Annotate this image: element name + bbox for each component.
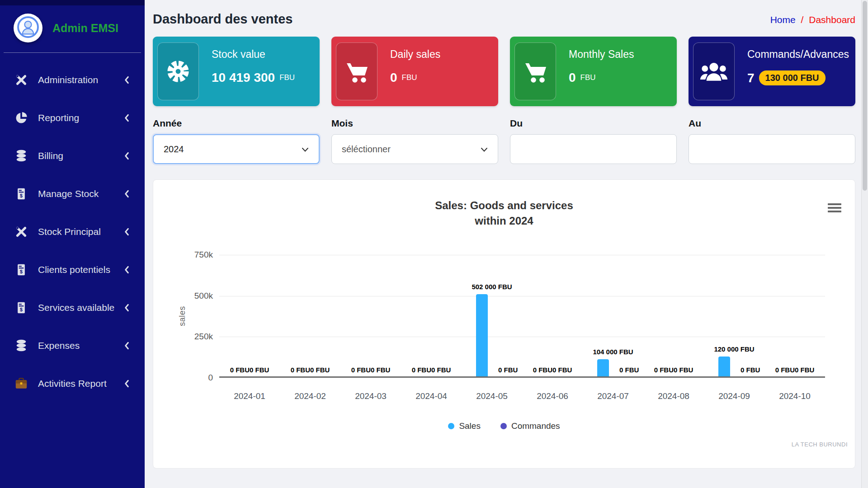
tools-icon [14, 225, 29, 239]
card-unit: FBU [580, 73, 596, 82]
sales-data-label: 104 000 FBU [593, 348, 633, 356]
sidebar-item-clients-potentiels[interactable]: $ Clients potentiels [0, 251, 145, 289]
sales-bar[interactable] [718, 357, 730, 376]
mois-select[interactable]: séléctionner [331, 134, 498, 164]
sidebar-item-label: Billing [38, 150, 63, 161]
file-invoice-icon: $ [14, 301, 29, 314]
sidebar-nav: Administration Reporting Billing [0, 53, 145, 403]
app-window: Admin EMSI Administration Reporting [0, 0, 868, 488]
card-label: Commands/Advances [747, 48, 851, 61]
chevron-left-icon [124, 190, 129, 198]
briefcase-icon [14, 377, 29, 390]
gear-icon [157, 42, 199, 100]
sidebar-item-label: Manage Stock [38, 188, 99, 199]
sales-chart-card: Sales: Goods and services within 2024 sa… [153, 179, 855, 469]
x-axis-label: 2024-07 [583, 391, 643, 401]
zero-data-label: 0 FBU0 FBU [230, 366, 269, 374]
commandes-data-label: 0 FBU [498, 366, 518, 374]
plot-grid: 750k 500k 250k 0 0 FBU0 FBU0 FBU0 FBU0 F… [219, 255, 825, 378]
sidebar: Admin EMSI Administration Reporting [0, 0, 145, 488]
filters-row: Année 2024 Mois séléctionner D [153, 118, 855, 164]
sidebar-item-services-available[interactable]: $ Services available [0, 289, 145, 327]
sidebar-item-manage-stock[interactable]: $ Manage Stock [0, 175, 145, 213]
page-header: Dashboard des ventes Home / Dashboard [153, 8, 855, 27]
commandes-data-label: 0 FBU [741, 366, 760, 374]
chevron-down-icon [481, 144, 488, 155]
scrollbar-thumb[interactable] [863, 1, 867, 191]
chart-menu-icon[interactable] [828, 203, 841, 214]
sales-data-label: 502 000 FBU [472, 283, 512, 291]
zero-data-label: 0 FBU0 FBU [351, 366, 391, 374]
card-value: 7 [747, 71, 755, 85]
card-value: 0 [390, 70, 397, 85]
sidebar-item-administration[interactable]: Administration [0, 61, 145, 99]
chart-category-column: 120 000 FBU0 FBU [704, 255, 764, 376]
advances-badge: 130 000 FBU [759, 70, 826, 85]
chevron-left-icon [124, 228, 129, 236]
sidebar-item-expenses[interactable]: Expenses [0, 327, 145, 365]
chart-category-column: 0 FBU0 FBU [401, 255, 462, 376]
card-unit: FBU [279, 73, 295, 82]
monthly-sales-card: Monthly Sales 0 FBU [510, 37, 677, 106]
user-avatar-icon [16, 15, 40, 41]
sales-bar[interactable] [597, 359, 609, 376]
sidebar-item-reporting[interactable]: Reporting [0, 99, 145, 137]
sidebar-item-billing[interactable]: Billing [0, 137, 145, 175]
chevron-left-icon [124, 266, 129, 274]
svg-text:$: $ [20, 193, 23, 198]
breadcrumb-home-link[interactable]: Home [770, 14, 796, 25]
y-tick: 750k [194, 250, 213, 260]
stat-cards-row: Stock value 10 419 300 FBU Daily sales 0… [153, 37, 855, 106]
chevron-down-icon [302, 144, 309, 155]
breadcrumb: Home / Dashboard [770, 12, 855, 25]
chart-category-column: 0 FBU0 FBU [643, 255, 704, 376]
main-content: Dashboard des ventes Home / Dashboard St… [145, 0, 868, 488]
chart-category-column: 0 FBU0 FBU [764, 255, 825, 376]
page-scrollbar[interactable] [861, 0, 868, 488]
zero-data-label: 0 FBU0 FBU [775, 366, 815, 374]
page-title: Dashboard des ventes [153, 12, 292, 27]
sidebar-item-label: Administration [38, 75, 98, 85]
commandes-legend-marker [500, 423, 507, 429]
x-axis-labels: 2024-012024-022024-032024-042024-052024-… [219, 391, 825, 401]
zero-data-label: 0 FBU0 FBU [291, 366, 330, 374]
chart-category-column: 104 000 FBU0 FBU [583, 255, 643, 376]
card-label: Stock value [212, 48, 315, 61]
x-axis-label: 2024-08 [643, 391, 704, 401]
chart-category-column: 0 FBU0 FBU [280, 255, 340, 376]
users-icon [693, 42, 735, 100]
card-label: Daily sales [390, 48, 494, 61]
commandes-legend-label: Commandes [511, 421, 560, 431]
cart-icon [336, 42, 377, 100]
x-axis-label: 2024-06 [522, 391, 583, 401]
commandes-data-label: 0 FBU [619, 366, 639, 374]
y-tick: 0 [208, 373, 213, 383]
sidebar-item-activities-report[interactable]: Activities Report [0, 365, 145, 403]
du-input[interactable] [510, 134, 677, 164]
sales-legend-label: Sales [459, 421, 481, 431]
breadcrumb-current: Dashboard [809, 14, 855, 25]
cart-icon [514, 42, 556, 100]
card-value: 10 419 300 [212, 70, 275, 85]
file-invoice-icon: $ [14, 263, 29, 277]
sales-bar[interactable] [476, 294, 488, 376]
y-tick: 250k [194, 332, 213, 342]
commands-advances-card: Commands/Advances 7 130 000 FBU [689, 37, 855, 106]
mois-select-value: séléctionner [342, 144, 391, 155]
card-value: 0 [569, 70, 576, 85]
legend-item-sales[interactable]: Sales [448, 421, 481, 431]
zero-data-label: 0 FBU0 FBU [412, 366, 451, 374]
au-input[interactable] [689, 134, 855, 164]
annee-select[interactable]: 2024 [153, 134, 320, 164]
sidebar-item-stock-principal[interactable]: Stock Principal [0, 213, 145, 251]
chevron-left-icon [124, 114, 129, 122]
chevron-left-icon [124, 380, 129, 388]
sidebar-item-label: Services available [38, 302, 114, 313]
pie-chart-icon [14, 111, 29, 125]
x-axis-label: 2024-03 [340, 391, 401, 401]
database-icon [14, 339, 29, 352]
y-axis-title: sales [178, 306, 187, 326]
chevron-left-icon [124, 304, 129, 312]
legend-item-commandes[interactable]: Commandes [500, 421, 560, 431]
annee-label: Année [153, 118, 320, 129]
